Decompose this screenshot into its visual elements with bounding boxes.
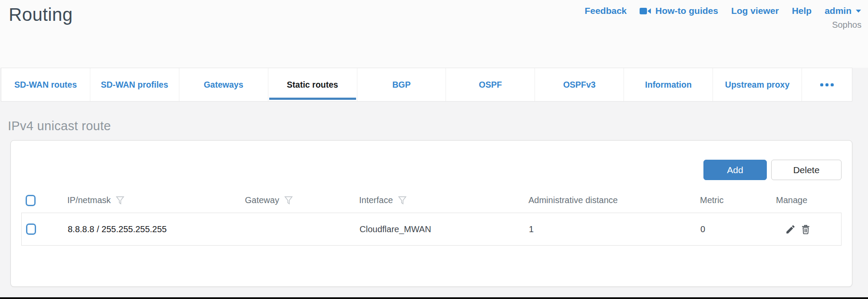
column-label: Gateway — [245, 195, 279, 205]
tab-label: Information — [645, 80, 692, 90]
row-checkbox-cell — [22, 223, 63, 235]
nav-admin-label: admin — [825, 6, 851, 16]
row-checkbox[interactable] — [26, 223, 36, 235]
more-ellipsis-icon — [820, 83, 834, 86]
routes-card: Add Delete IP/netmask Gateway — [10, 140, 852, 287]
header-checkbox-cell — [21, 195, 63, 206]
route-link[interactable]: 8.8.8.8 / 255.255.255.255 — [68, 224, 167, 234]
column-header-admin-distance: Administrative distance — [524, 195, 696, 205]
tab-label: SD-WAN profiles — [101, 80, 168, 90]
column-label: Interface — [359, 195, 393, 205]
nav-feedback-label: Feedback — [584, 6, 627, 16]
tab-ospfv3[interactable]: OSPFv3 — [535, 68, 624, 101]
nav-help[interactable]: Help — [792, 6, 812, 16]
nav-log-viewer-label: Log viewer — [731, 6, 779, 16]
funnel-filter-icon[interactable] — [397, 195, 407, 205]
funnel-filter-icon[interactable] — [284, 195, 294, 205]
row-metric-cell: 0 — [696, 224, 772, 234]
column-label: IP/netmask — [67, 195, 111, 205]
window-edge — [0, 297, 868, 299]
top-nav-area: Feedback How-to guides Log viewer Help a… — [584, 6, 861, 30]
tab-label: Gateways — [204, 80, 243, 90]
nav-admin-menu[interactable]: admin — [825, 6, 861, 16]
column-label: Manage — [776, 195, 807, 205]
row-ip-netmask-cell: 8.8.8.8 / 255.255.255.255 — [63, 224, 241, 234]
tab-label: SD-WAN routes — [14, 80, 77, 90]
row-interface-cell: Cloudflare_MWAN — [355, 224, 525, 234]
row-admin-distance-cell: 1 — [525, 224, 696, 234]
tab-upstream-proxy[interactable]: Upstream proxy — [713, 68, 802, 101]
nav-feedback[interactable]: Feedback — [584, 6, 627, 16]
nav-log-viewer[interactable]: Log viewer — [731, 6, 779, 16]
tab-static-routes[interactable]: Static routes — [268, 68, 357, 101]
nav-howto-guides[interactable]: How-to guides — [640, 6, 718, 16]
table-header-row: IP/netmask Gateway Interface — [21, 188, 842, 213]
trash-icon[interactable] — [800, 224, 811, 235]
tab-sdwan-profiles[interactable]: SD-WAN profiles — [90, 68, 179, 101]
delete-button[interactable]: Delete — [771, 160, 842, 180]
routing-page: Routing Feedback How-to guides Log viewe… — [0, 0, 868, 287]
row-manage-cell — [772, 224, 841, 235]
tab-sdwan-routes[interactable]: SD-WAN routes — [1, 68, 90, 101]
tab-label: Upstream proxy — [725, 80, 789, 90]
column-header-gateway: Gateway — [241, 195, 355, 205]
tab-ospf[interactable]: OSPF — [446, 68, 535, 101]
page-header: Routing Feedback How-to guides Log viewe… — [0, 0, 868, 68]
tab-label: OSPFv3 — [563, 80, 596, 90]
caret-down-icon — [855, 9, 861, 13]
brand-label: Sophos — [584, 20, 861, 30]
table-toolbar: Add Delete — [21, 141, 842, 180]
column-header-interface: Interface — [355, 195, 524, 205]
pencil-edit-icon[interactable] — [785, 224, 796, 235]
video-camera-icon — [640, 7, 651, 15]
column-label: Metric — [700, 195, 723, 205]
tab-label: Static routes — [287, 80, 338, 90]
column-label: Administrative distance — [528, 195, 618, 205]
tab-information[interactable]: Information — [624, 68, 713, 101]
table-row: 8.8.8.8 / 255.255.255.255 Cloudflare_MWA… — [21, 213, 842, 246]
nav-howto-label: How-to guides — [655, 6, 718, 16]
column-header-manage: Manage — [772, 195, 842, 205]
tab-overflow-menu[interactable] — [802, 68, 852, 101]
tab-gateways[interactable]: Gateways — [179, 68, 268, 101]
column-header-ip-netmask: IP/netmask — [63, 195, 241, 205]
nav-help-label: Help — [792, 6, 812, 16]
tab-label: OSPF — [479, 80, 502, 90]
top-nav: Feedback How-to guides Log viewer Help a… — [584, 6, 861, 16]
add-button[interactable]: Add — [703, 160, 767, 180]
tab-label: BGP — [392, 80, 410, 90]
funnel-filter-icon[interactable] — [115, 195, 125, 205]
tab-bgp[interactable]: BGP — [357, 68, 446, 101]
tab-bar: SD-WAN routes SD-WAN profiles Gateways S… — [1, 68, 852, 102]
section-heading: IPv4 unicast route — [8, 119, 868, 133]
column-header-metric: Metric — [696, 195, 772, 205]
content-area: IPv4 unicast route Add Delete IP/netmask — [0, 102, 868, 287]
select-all-checkbox[interactable] — [26, 195, 36, 206]
